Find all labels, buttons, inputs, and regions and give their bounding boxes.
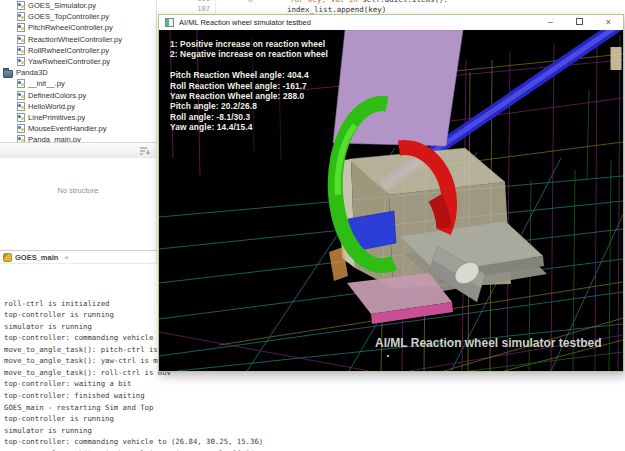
tan-fragment [611, 47, 622, 70]
python-file-icon [17, 46, 25, 55]
python-file-icon [17, 57, 25, 66]
folder-icon [3, 70, 13, 78]
line-number: 107 [188, 5, 210, 13]
tree-item-label: GOES_Simulator.py [28, 1, 96, 10]
console-tab-bar: GOES_main × [0, 250, 157, 264]
python-file-icon [17, 102, 25, 111]
python-file-icon [17, 79, 25, 88]
python-file-icon [17, 12, 25, 21]
pydev-ide: { "project_tree": { "items": [ {"label":… [0, 0, 625, 451]
scene-viewport[interactable]: 1: Positive increase on reaction wheel2:… [159, 30, 623, 371]
python-file-icon [17, 35, 25, 44]
hud-line: Yaw Reaction Wheel angle: 288.0 [170, 91, 328, 101]
project-tree[interactable]: GOES_Simulator.py GOES_TopController.py … [0, 0, 157, 142]
tree-item[interactable]: PitchRwheelController.py [0, 22, 156, 33]
python-file-icon [17, 113, 25, 122]
console-tab[interactable]: GOES_main [15, 253, 58, 262]
python-file-icon [17, 1, 25, 10]
close-button[interactable]: × [594, 15, 623, 30]
minimize-button[interactable]: – [536, 15, 565, 30]
structure-view: No structure [0, 158, 157, 250]
tree-item-label: Panda3D [16, 68, 48, 77]
console-line: GOES_main - restarting Sim and Top [4, 402, 263, 414]
tree-item-label: Panda_main.py [28, 135, 81, 142]
tree-item[interactable]: MouseEventHandler.py [0, 123, 156, 134]
tree-item-label: RollRwheelController.py [28, 46, 109, 55]
maximize-icon [576, 18, 583, 25]
tree-item[interactable]: RollRwheelController.py [0, 45, 156, 56]
tree-item-label: __init__.py [28, 79, 65, 88]
tree-item[interactable]: LinePrimitives.py [0, 112, 156, 123]
hud-line: 1: Positive increase on reaction wheel [170, 39, 328, 49]
hud-line: Roll Reaction Wheel angle: -161.7 [170, 81, 328, 91]
console-line: top-controller: finished waiting [4, 390, 263, 402]
code-line: for key, val in self.adict.items(): [290, 0, 448, 4]
python-file-icon [17, 91, 25, 100]
hud-line: 2: Negative increase on reaction wheel [170, 49, 328, 59]
tree-item-label: DefinedColors.py [28, 91, 86, 100]
console-line: top-controller: commanding vehicle to (2… [4, 436, 263, 448]
watermark: AI/ML Reaction wheel simulator testbed [375, 336, 602, 350]
gutter-separator [215, 0, 216, 14]
window-titlebar[interactable]: AI/ML Reaction wheel simulator testbed –… [159, 15, 623, 30]
hud-line: Roll angle: -8.1/30.3 [170, 112, 328, 122]
sim-window[interactable]: AI/ML Reaction wheel simulator testbed –… [158, 14, 624, 372]
editor-fragment[interactable]: 106 107 for key, val in self.adict.items… [158, 0, 625, 14]
line-number: 106 [188, 0, 210, 3]
tree-item[interactable]: __init__.py [0, 78, 156, 89]
tree-item[interactable]: Panda3D [0, 67, 156, 78]
window-title: AI/ML Reaction wheel simulator testbed [179, 18, 311, 27]
python-file-icon [17, 135, 25, 142]
hud-overlay: 1: Positive increase on reaction wheel2:… [170, 39, 328, 133]
scene-marker-dot [387, 355, 389, 357]
tree-item[interactable]: GOES_Simulator.py [0, 0, 156, 11]
sort-icon[interactable] [139, 146, 150, 156]
tree-item-label: YawRwheelController.py [28, 57, 110, 66]
hud-line: Pitch angle: 20.2/26.8 [170, 101, 328, 111]
tree-item[interactable]: YawRwheelController.py [0, 56, 156, 67]
maximize-button[interactable] [565, 15, 594, 30]
hud-line: Yaw angle: 14.4/15.4 [170, 122, 328, 132]
tree-item-label: ReactionWheelController.py [28, 35, 122, 44]
tree-item-label: PitchRwheelController.py [28, 23, 113, 32]
tree-item[interactable]: Panda_main.py [0, 134, 156, 142]
tree-item[interactable]: HelloWorld.py [0, 101, 156, 112]
tree-item[interactable]: GOES_TopController.py [0, 11, 156, 22]
app-icon [165, 18, 174, 27]
console-line: top-controller: waiting a bit [4, 378, 263, 390]
python-file-icon [17, 23, 25, 32]
close-icon[interactable]: × [64, 253, 69, 262]
code-fold-icon[interactable] [248, 0, 253, 2]
tree-item[interactable]: DefinedColors.py [0, 90, 156, 101]
console-line: top-controller is running [4, 413, 263, 425]
python-file-icon [17, 124, 25, 133]
console-line: simulator is running [4, 425, 263, 437]
console-icon [3, 253, 12, 262]
code-line: index_list.append(key) [287, 5, 386, 14]
tree-item-label: MouseEventHandler.py [28, 124, 107, 133]
hud-line: Pitch Reaction Wheel angle: 404.4 [170, 70, 328, 80]
tree-item-label: HelloWorld.py [28, 102, 75, 111]
structure-toolbar [0, 142, 157, 158]
tree-item[interactable]: ReactionWheelController.py [0, 34, 156, 45]
structure-placeholder: No structure [0, 186, 156, 195]
hud-line [170, 60, 328, 70]
tree-item-label: GOES_TopController.py [28, 12, 109, 21]
tree-item-label: LinePrimitives.py [28, 113, 85, 122]
